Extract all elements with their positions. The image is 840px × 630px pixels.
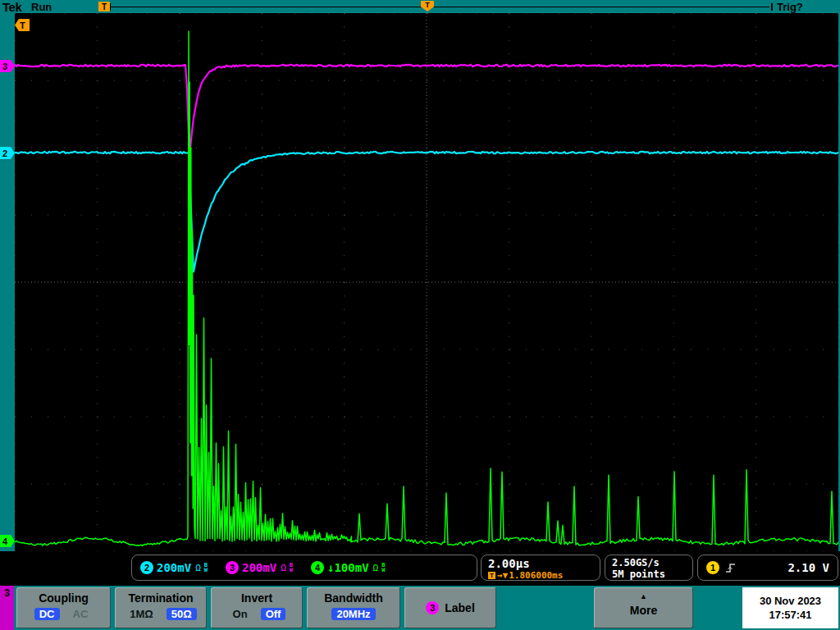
more-button-text: More: [595, 604, 692, 617]
ch3-readout: 3 200mV Ω BW: [226, 561, 293, 574]
ch2-readout: 2 200mV Ω BW: [140, 561, 208, 574]
trigger-delay-readout: T →▼ 1.806000ms: [488, 570, 600, 581]
ch3-position-marker[interactable]: 3: [0, 60, 15, 72]
ch4-impedance: Ω: [373, 563, 379, 573]
invert-title: Invert: [212, 591, 302, 605]
ch2-impedance: Ω: [195, 563, 201, 573]
label-ch3-badge: 3: [426, 601, 439, 614]
readout-bar: 2 200mV Ω BW 3 200mV Ω BW 4 ↓100mV Ω BW …: [0, 551, 840, 586]
oscilloscope-screen: Tek Run T T Trig? T 3 2 4 2 200mV Ω BW 3…: [0, 0, 840, 630]
record-view-bar: [111, 7, 769, 7]
delay-value: 1.806000ms: [509, 570, 563, 581]
coupling-title: Coupling: [17, 591, 110, 605]
trigger-position-marker[interactable]: T: [421, 1, 434, 11]
coupling-ac-option[interactable]: AC: [68, 608, 94, 620]
ch2-bw-limit-icon: BW: [204, 563, 208, 573]
ch3-scale: 200mV: [242, 561, 276, 574]
time-text: 17:57:41: [769, 608, 811, 622]
datetime-display: 30 Nov 2023 17:57:41: [742, 587, 838, 628]
top-status-bar: Tek Run T T Trig?: [0, 0, 840, 13]
label-button[interactable]: 3 Label: [404, 587, 496, 628]
up-arrow-icon: ▲: [595, 592, 692, 600]
termination-1mohm-option[interactable]: 1MΩ: [125, 608, 158, 620]
bottom-menu: 3 Coupling DC AC Termination 1MΩ 50Ω Inv…: [0, 586, 840, 630]
coupling-dc-option[interactable]: DC: [34, 608, 60, 620]
termination-button[interactable]: Termination 1MΩ 50Ω: [115, 587, 207, 628]
date-text: 30 Nov 2023: [760, 594, 821, 608]
bandwidth-20mhz-option[interactable]: 20MHz: [331, 608, 375, 620]
channel-readouts: 2 200mV Ω BW 3 200mV Ω BW 4 ↓100mV Ω BW: [131, 555, 477, 581]
acquisition-readout: 2.50GS/s 5M points: [605, 555, 693, 581]
acquisition-status: Run: [31, 1, 52, 13]
ch2-badge: 2: [140, 561, 153, 574]
waveform-display: [15, 13, 838, 551]
ch2-position-marker[interactable]: 2: [0, 147, 15, 159]
timebase-scale: 2.00µs: [488, 557, 600, 570]
invert-off-option[interactable]: Off: [261, 608, 286, 620]
label-button-text: Label: [445, 601, 475, 614]
ch4-readout: 4 ↓100mV Ω BW: [311, 561, 385, 574]
trigger-source-badge: 1: [706, 561, 719, 574]
ch4-bw-limit-icon: BW: [381, 563, 385, 573]
ch4-position-marker[interactable]: 4: [0, 535, 15, 547]
bandwidth-button[interactable]: Bandwidth 20MHz: [307, 587, 400, 628]
rising-edge-icon: [724, 561, 737, 574]
bandwidth-title: Bandwidth: [308, 591, 399, 605]
invert-on-option[interactable]: On: [228, 608, 253, 620]
ch4-scale: ↓100mV: [327, 561, 369, 574]
ch4-badge: 4: [311, 561, 324, 574]
sample-rate: 2.50GS/s: [612, 557, 692, 568]
record-trigger-t-icon: T: [98, 2, 110, 11]
termination-title: Termination: [116, 591, 206, 605]
trigger-readout: 1 2.10 V: [697, 555, 838, 581]
invert-button[interactable]: Invert On Off: [211, 587, 303, 628]
delay-arrow: →▼: [497, 570, 508, 581]
ch3-bw-limit-icon: BW: [290, 563, 293, 573]
coupling-button[interactable]: Coupling DC AC: [16, 587, 111, 628]
record-length: 5M points: [612, 568, 692, 580]
delay-t-icon: T: [488, 572, 495, 579]
record-bar-right-bracket: [768, 3, 773, 11]
trigger-level-value: 2.10 V: [788, 561, 829, 574]
ch2-scale: 200mV: [157, 561, 191, 574]
graticule: [15, 13, 838, 551]
ch3-impedance: Ω: [281, 563, 286, 573]
ch3-badge: 3: [226, 561, 239, 574]
horizontal-readout: 2.00µs T →▼ 1.806000ms: [481, 555, 600, 581]
trigger-status: Trig?: [777, 1, 803, 13]
tek-logo: Tek: [2, 0, 21, 14]
more-button[interactable]: ▲ More: [594, 587, 693, 628]
menu-channel-tab: 3: [0, 586, 14, 630]
termination-50ohm-option[interactable]: 50Ω: [167, 608, 197, 620]
